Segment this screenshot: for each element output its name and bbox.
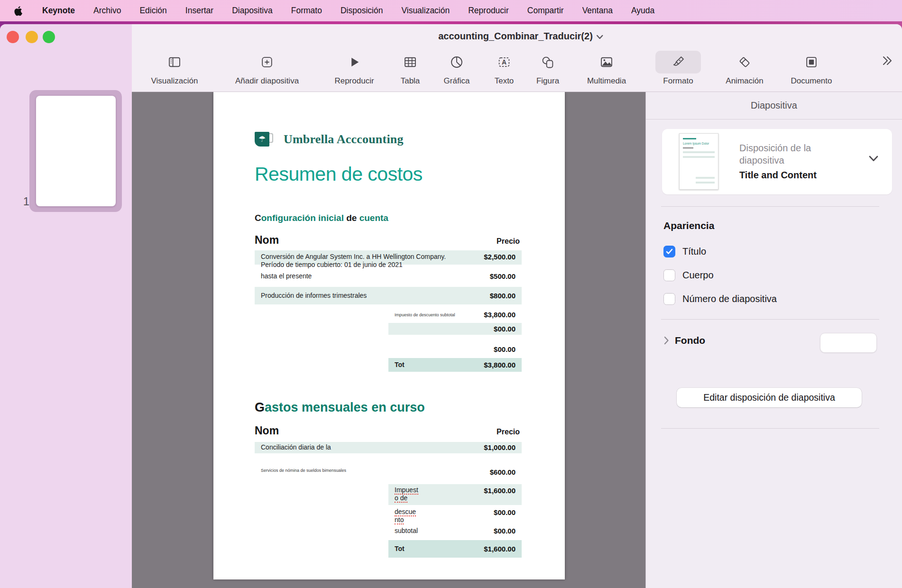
checkbox-label: Cuerpo [682, 270, 714, 281]
slide-thumbnail[interactable]: ☂ Umbrella Acccounting Resumen de costos… [36, 96, 116, 206]
slide-canvas[interactable]: ☂ Umbrella Acccounting Resumen de costos… [132, 92, 645, 588]
menu-archivo[interactable]: Archivo [93, 6, 121, 16]
menu-ventana[interactable]: Ventana [582, 6, 613, 16]
row-name: hasta el presente [261, 272, 312, 280]
column-header-precio: Precio [497, 237, 520, 246]
numero-diapositiva-checkbox[interactable] [663, 293, 675, 305]
minimize-button[interactable] [26, 31, 38, 43]
chevron-right-icon[interactable] [663, 336, 669, 345]
table-row[interactable]: Conciliación diaria de la $1,000.00 [255, 442, 522, 453]
table-setup[interactable]: Nom Precio Conversión de Angular System … [255, 234, 522, 372]
toolbar-label: Visualización [151, 76, 198, 86]
animate-icon [722, 51, 767, 74]
toolbar-anadir-diapositiva-button[interactable]: Añadir diapositiva [231, 51, 303, 86]
row-price: $00.00 [494, 325, 515, 333]
table-total-row[interactable]: Tot $1,600.00 [388, 540, 522, 558]
document-title[interactable]: accounting_Combinar_Traducir(2) [438, 31, 603, 42]
toolbar-documento-button[interactable]: Documento [776, 51, 847, 86]
media-icon [584, 51, 629, 74]
add-slide-icon [244, 51, 290, 74]
toolbar-label: Multimedia [587, 76, 626, 86]
background-color-well[interactable] [820, 333, 877, 353]
row-price: $1,000.00 [484, 443, 515, 451]
chevron-down-icon[interactable] [868, 155, 879, 162]
toolbar-multimedia-button[interactable]: Multimedia [571, 51, 642, 86]
main-column: accounting_Combinar_Traducir(2) Visualiz… [132, 24, 902, 588]
slide-page[interactable]: ☂ Umbrella Acccounting Resumen de costos… [213, 92, 565, 579]
row-name: Conversión de Angular System Inc. a HH W… [261, 253, 466, 268]
company-logo[interactable]: ☂ Umbrella Acccounting [255, 132, 522, 147]
apple-logo-icon[interactable] [14, 6, 24, 16]
toolbar-label: Figura [536, 76, 559, 86]
umbrella-logo-icon: ☂ [255, 132, 277, 147]
layout-dropdown-label: Disposición de la diapositiva [739, 142, 853, 166]
toolbar-label: Reproducir [334, 76, 374, 86]
cuerpo-checkbox[interactable] [663, 269, 675, 281]
svg-text:A: A [502, 58, 506, 66]
edit-slide-layout-button[interactable]: Editar disposición de diapositiva [677, 388, 862, 407]
row-name: Producción de informes trimestrales [261, 292, 367, 299]
toolbar-visualizacion-button[interactable]: Visualización [139, 51, 210, 86]
background-label: Fondo [675, 335, 705, 346]
checkbox-row-titulo[interactable]: Título [663, 246, 706, 257]
toolbar-formato-button[interactable]: Formato [643, 51, 714, 86]
table-row[interactable]: Conversión de Angular System Inc. a HH W… [255, 250, 522, 268]
table-row[interactable]: Impuesto de descuento subtotal $3,800.00 [388, 309, 522, 319]
table-row[interactable]: hasta el presente $500.00 [255, 270, 522, 283]
play-icon [331, 51, 377, 74]
toolbar-animacion-button[interactable]: Animación [709, 51, 780, 86]
menu-diapositiva[interactable]: Diapositiva [232, 6, 273, 16]
window-chrome: accounting_Combinar_Traducir(2) Visualiz… [132, 24, 902, 92]
view-sidebar-icon [152, 51, 197, 74]
table-row[interactable]: Servicios de nómina de sueldos bimensual… [255, 468, 522, 476]
slide-thumbnail-selection: ☂ Umbrella Acccounting Resumen de costos… [29, 90, 122, 212]
row-price: $500.00 [490, 272, 515, 280]
menu-disposicion[interactable]: Disposición [341, 6, 383, 16]
menu-visualizacion[interactable]: Visualización [401, 6, 450, 16]
row-price: $00.00 [494, 527, 515, 535]
table-row[interactable]: $00.00 [388, 323, 522, 335]
menu-ayuda[interactable]: Ayuda [631, 6, 654, 16]
row-name: Impuesto de descuento subtotal [395, 311, 455, 317]
toolbar-label: Animación [726, 76, 763, 86]
titulo-checkbox[interactable] [663, 246, 675, 257]
toolbar-label: Tabla [401, 76, 420, 86]
table-row[interactable]: $00.00 [388, 345, 522, 353]
row-name: subtotal [395, 527, 418, 534]
layout-preview-title: Lorem Ipsum Dolor [683, 142, 715, 145]
checkbox-label: Número de diapositiva [682, 294, 777, 304]
menu-edicion[interactable]: Edición [139, 6, 166, 16]
table-row[interactable]: descuento $00.00 [388, 508, 522, 524]
toolbar-overflow-button[interactable] [881, 55, 893, 66]
menu-formato[interactable]: Formato [291, 6, 322, 16]
company-logo-text: Umbrella Acccounting [284, 132, 404, 147]
section2-heading[interactable]: Gastos mensuales en curso [255, 400, 522, 415]
slide-layout-card[interactable]: Lorem Ipsum Dolor Disposición de la diap… [662, 129, 892, 194]
section1-heading[interactable]: Configuración inicial de cuenta [255, 213, 522, 223]
row-price: $3,800.00 [484, 361, 515, 369]
table-monthly[interactable]: Nom Precio Conciliación diaria de la $1,… [255, 424, 522, 558]
checkbox-row-numero-diapositiva[interactable]: Número de diapositiva [663, 293, 777, 305]
table-row[interactable]: Impuesto de $1,600.00 [388, 484, 522, 505]
inspector-title: Diapositiva [646, 92, 902, 119]
menu-insertar[interactable]: Insertar [185, 6, 213, 16]
row-name: Conciliación diaria de la [261, 443, 331, 451]
column-header-precio: Precio [497, 428, 520, 436]
checkbox-row-cuerpo[interactable]: Cuerpo [663, 269, 714, 281]
chevron-double-right-icon [881, 55, 893, 66]
document-icon [789, 51, 834, 74]
table-row[interactable]: subtotal $00.00 [388, 527, 522, 535]
slide-title[interactable]: Resumen de costos [255, 163, 522, 185]
row-price: $3,800.00 [484, 311, 515, 319]
close-button[interactable] [7, 31, 19, 43]
background-disclosure[interactable]: Fondo [663, 335, 705, 346]
zoom-button[interactable] [43, 31, 55, 43]
slide-number: 1 [14, 195, 29, 208]
format-inspector: Diapositiva Lorem Ipsum Dolor Disposició… [645, 92, 902, 588]
menu-reproducir[interactable]: Reproducir [468, 6, 509, 16]
table-total-row[interactable]: Tot $3,800.00 [388, 358, 522, 372]
table-row[interactable]: Producción de informes trimestrales $800… [255, 287, 522, 304]
menu-compartir[interactable]: Compartir [527, 6, 564, 16]
menu-keynote[interactable]: Keynote [42, 6, 75, 16]
chevron-down-icon [596, 35, 603, 39]
